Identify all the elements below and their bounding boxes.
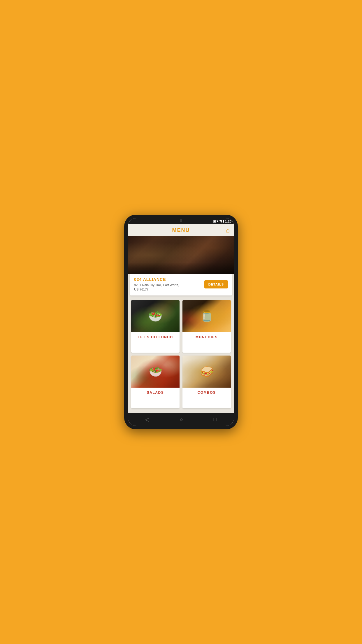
- battery-icon: ▮: [222, 219, 224, 223]
- app-content: MENU ⌂ 024 ALLIANCE 9251 Rain Lily Trail…: [128, 224, 234, 413]
- restaurant-name: 024 ALLIANCE: [134, 277, 179, 282]
- combos-label: COMBOS: [182, 388, 231, 398]
- menu-grid: LET'S DO LUNCH MUNCHIES SALADS COMBOS: [128, 295, 234, 413]
- page-title: MENU: [172, 227, 190, 233]
- lunch-image: [131, 300, 180, 332]
- phone-screen: ▣ ▾ ◥ ▮ 1:20 MENU ⌂ 024 ALLIANCE: [128, 218, 234, 426]
- wifi-icon: ▾: [217, 219, 218, 223]
- salads-image: [131, 356, 180, 388]
- menu-item-lunch[interactable]: LET'S DO LUNCH: [131, 300, 180, 353]
- restaurant-info-card: 024 ALLIANCE 9251 Rain Lily Trail, Fort …: [130, 274, 232, 295]
- menu-item-combos[interactable]: COMBOS: [182, 356, 231, 408]
- restaurant-address-line2: US-76177: [134, 287, 179, 292]
- combos-image: [182, 356, 231, 388]
- phone-frame: ▣ ▾ ◥ ▮ 1:20 MENU ⌂ 024 ALLIANCE: [124, 215, 238, 429]
- details-button[interactable]: DETAILS: [204, 280, 228, 288]
- signal-icon: ◥: [219, 219, 222, 223]
- menu-item-munchies[interactable]: MUNCHIES: [182, 300, 231, 353]
- recents-nav-icon[interactable]: □: [214, 416, 217, 423]
- vibrate-icon: ▣: [213, 219, 216, 223]
- home-icon[interactable]: ⌂: [226, 227, 230, 234]
- bar-scene-decoration: [128, 236, 234, 274]
- restaurant-banner: [128, 236, 234, 274]
- bottom-nav: ◁ ○ □: [128, 413, 234, 426]
- home-nav-icon[interactable]: ○: [180, 416, 183, 423]
- munchies-label: MUNCHIES: [182, 332, 231, 342]
- lunch-label: LET'S DO LUNCH: [131, 332, 180, 342]
- restaurant-address-line1: 9251 Rain Lily Trail, Fort Worth,: [134, 283, 179, 287]
- munchies-image: [182, 300, 231, 332]
- app-header: MENU ⌂: [128, 224, 234, 236]
- salads-label: SALADS: [131, 388, 180, 398]
- restaurant-details: 024 ALLIANCE 9251 Rain Lily Trail, Fort …: [134, 277, 179, 292]
- camera: [180, 219, 182, 222]
- menu-item-salads[interactable]: SALADS: [131, 356, 180, 408]
- time-display: 1:20: [225, 220, 231, 223]
- back-nav-icon[interactable]: ◁: [145, 416, 149, 423]
- status-icons: ▣ ▾ ◥ ▮ 1:20: [213, 219, 231, 223]
